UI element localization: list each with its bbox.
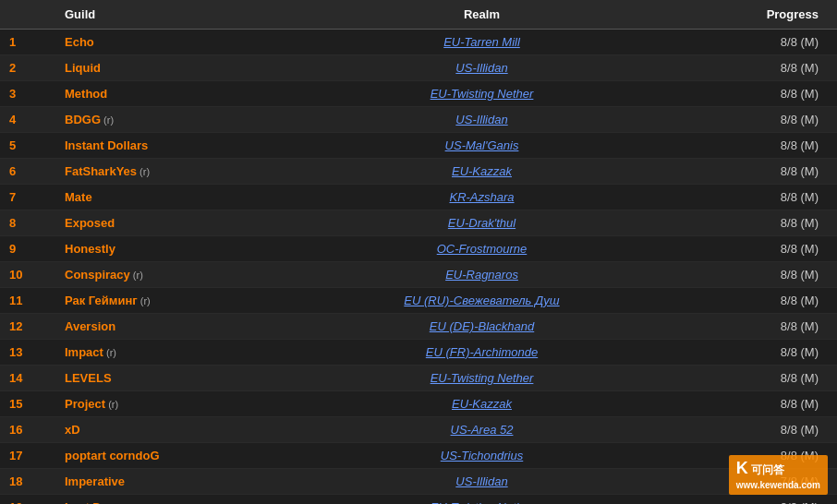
realm-link[interactable]: EU (RU)-Свежеватель Душ: [404, 294, 559, 307]
guild-name: Aversion: [65, 319, 115, 333]
guild-name: Last Dance: [65, 500, 128, 504]
realm-link[interactable]: US-Mal'Ganis: [445, 138, 519, 152]
table-row: 12AversionEU (DE)-Blackhand8/8 (M): [0, 314, 837, 340]
table-row: 18ImperativeUS-Illidan7/8 (M): [0, 469, 837, 495]
rank-cell: 9: [0, 236, 55, 262]
guild-cell: BDGG (r): [55, 107, 297, 133]
realm-cell[interactable]: OC-Frostmourne: [297, 236, 667, 262]
progress-cell: 8/8 (M): [667, 417, 837, 443]
rank-cell: 2: [0, 55, 55, 81]
realm-cell[interactable]: EU (FR)-Archimonde: [297, 340, 667, 366]
guild-name: LEVELS: [65, 371, 112, 385]
rank-cell: 12: [0, 314, 55, 340]
table-row: 19Last Dance (r)EU-Twisting Nether8/8 (M…: [0, 495, 837, 505]
guild-note: (r): [103, 347, 116, 358]
progress-cell: 8/8 (M): [667, 236, 837, 262]
realm-cell[interactable]: EU-Twisting Nether: [297, 81, 667, 107]
progress-header: Progress: [667, 0, 837, 30]
table-row: 14LEVELSEU-Twisting Nether8/8 (M): [0, 366, 837, 391]
guild-cell: Project (r): [55, 391, 297, 417]
realm-link[interactable]: US-Area 52: [451, 423, 514, 437]
rank-header: [0, 0, 55, 30]
guild-name: Impact: [65, 345, 103, 359]
realm-link[interactable]: KR-Azshara: [449, 190, 514, 204]
realm-cell[interactable]: US-Illidan: [297, 469, 667, 495]
watermark-letter: K: [736, 459, 748, 477]
realm-cell[interactable]: EU-Twisting Nether: [297, 366, 667, 391]
rank-cell: 3: [0, 81, 55, 107]
realm-link[interactable]: OC-Frostmourne: [437, 242, 528, 256]
realm-cell[interactable]: EU-Twisting Nether: [297, 495, 667, 505]
progress-cell: 8/8 (M): [667, 81, 837, 107]
realm-link[interactable]: US-Tichondrius: [441, 449, 523, 462]
realm-cell[interactable]: KR-Azshara: [297, 185, 667, 210]
guild-name: Liquid: [65, 61, 101, 75]
guild-name: BDGG: [65, 113, 101, 126]
guild-cell: Conspiracy (r): [55, 262, 297, 288]
progress-cell: 8/8 (M): [667, 133, 837, 159]
rank-cell: 7: [0, 185, 55, 210]
realm-cell[interactable]: EU-Drak'thul: [297, 210, 667, 236]
table-row: 13Impact (r)EU (FR)-Archimonde8/8 (M): [0, 340, 837, 366]
rank-cell: 1: [0, 30, 55, 55]
realm-link[interactable]: US-Illidan: [455, 61, 507, 75]
progress-cell: 8/8 (M): [667, 340, 837, 366]
rank-cell: 4: [0, 107, 55, 133]
realm-link[interactable]: US-Illidan: [455, 113, 507, 126]
realm-link[interactable]: EU (FR)-Archimonde: [426, 345, 538, 359]
realm-link[interactable]: EU-Kazzak: [452, 164, 512, 178]
realm-cell[interactable]: US-Mal'Ganis: [297, 133, 667, 159]
realm-cell[interactable]: EU (RU)-Свежеватель Душ: [297, 288, 667, 314]
table-row: 10Conspiracy (r)EU-Ragnaros8/8 (M): [0, 262, 837, 288]
realm-link[interactable]: EU-Tarren Mill: [443, 35, 520, 49]
guild-cell: LEVELS: [55, 366, 297, 391]
table-header: Guild Realm Progress: [0, 0, 837, 30]
rank-cell: 19: [0, 495, 55, 505]
realm-cell[interactable]: EU-Kazzak: [297, 159, 667, 185]
realm-link[interactable]: US-Illidan: [455, 474, 507, 488]
guild-name: FatSharkYes: [65, 164, 137, 178]
watermark: K 可问答www.kewenda.com: [729, 455, 828, 495]
realm-link[interactable]: EU-Twisting Nether: [431, 500, 534, 504]
realm-link[interactable]: EU-Drak'thul: [448, 216, 516, 230]
table-row: 5Instant DollarsUS-Mal'Ganis8/8 (M): [0, 133, 837, 159]
progress-cell: 8/8 (M): [667, 107, 837, 133]
realm-cell[interactable]: EU-Tarren Mill: [297, 30, 667, 55]
table-row: 8ExposedEU-Drak'thul8/8 (M): [0, 210, 837, 236]
realm-link[interactable]: EU (DE)-Blackhand: [430, 319, 534, 333]
watermark-text: 可问答www.kewenda.com: [736, 463, 820, 491]
rank-cell: 10: [0, 262, 55, 288]
progress-cell: 8/8 (M): [667, 288, 837, 314]
realm-cell[interactable]: US-Area 52: [297, 417, 667, 443]
realm-cell[interactable]: EU-Ragnaros: [297, 262, 667, 288]
guild-name: Conspiracy: [65, 268, 130, 282]
guild-name: Exposed: [65, 216, 115, 230]
realm-link[interactable]: EU-Ragnaros: [445, 268, 518, 282]
guild-note: (r): [105, 399, 118, 410]
rank-cell: 18: [0, 469, 55, 495]
realm-link[interactable]: EU-Twisting Nether: [431, 371, 534, 385]
table-row: 4BDGG (r)US-Illidan8/8 (M): [0, 107, 837, 133]
realm-cell[interactable]: US-Tichondrius: [297, 443, 667, 469]
progress-cell: 8/8 (M): [667, 159, 837, 185]
realm-link[interactable]: EU-Kazzak: [452, 397, 512, 411]
realm-cell[interactable]: US-Illidan: [297, 55, 667, 81]
rank-cell: 13: [0, 340, 55, 366]
guild-note: (r): [130, 270, 143, 281]
guild-name: Mate: [65, 190, 92, 204]
realm-cell[interactable]: US-Illidan: [297, 107, 667, 133]
rank-cell: 5: [0, 133, 55, 159]
guild-cell: Mate: [55, 185, 297, 210]
guild-cell: Last Dance (r): [55, 495, 297, 505]
realm-link[interactable]: EU-Twisting Nether: [431, 87, 534, 101]
progress-cell: 8/8 (M): [667, 55, 837, 81]
realm-cell[interactable]: EU (DE)-Blackhand: [297, 314, 667, 340]
guild-name: Imperative: [65, 474, 125, 488]
realm-cell[interactable]: EU-Kazzak: [297, 391, 667, 417]
guild-cell: FatSharkYes (r): [55, 159, 297, 185]
realm-header: Realm: [297, 0, 667, 30]
guild-cell: Instant Dollars: [55, 133, 297, 159]
rank-cell: 8: [0, 210, 55, 236]
table-row: 17poptart corndoGUS-Tichondrius8/8 (M): [0, 443, 837, 469]
guild-header: Guild: [55, 0, 297, 30]
